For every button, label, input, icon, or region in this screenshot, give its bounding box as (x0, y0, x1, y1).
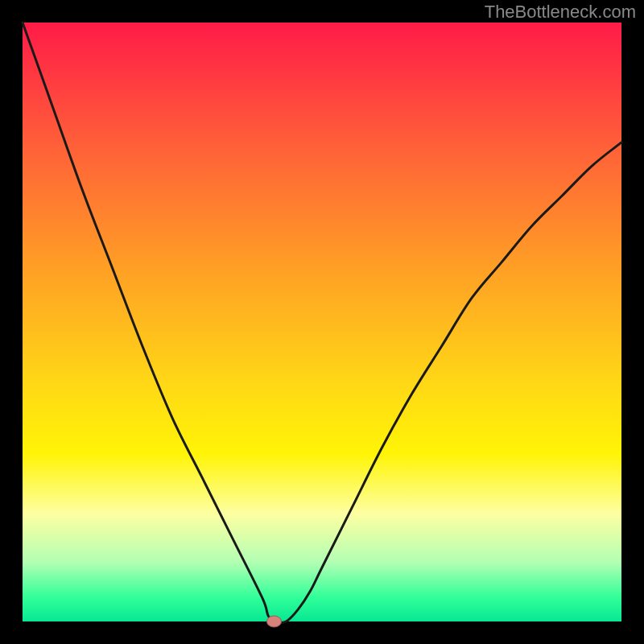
optimum-marker (266, 616, 281, 627)
watermark-text: TheBottleneck.com (485, 2, 636, 23)
gradient-background (23, 23, 621, 621)
chart-container: TheBottleneck.com (0, 0, 644, 644)
bottleneck-chart (0, 0, 644, 644)
